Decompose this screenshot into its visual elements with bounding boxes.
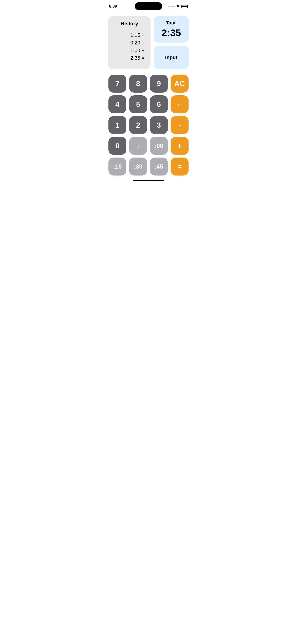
button-45[interactable]: :45 [150, 158, 168, 176]
total-label: Total [158, 20, 185, 26]
total-panel: Total 2:35 [154, 16, 189, 42]
button-3[interactable]: 3 [150, 116, 168, 134]
button-4[interactable]: 4 [108, 95, 126, 113]
button-2[interactable]: 2 [129, 116, 147, 134]
signal-icon [168, 6, 174, 7]
button-colon[interactable]: : [129, 137, 147, 155]
keypad-row-1: 7 8 9 AC [112, 75, 185, 92]
input-label: Input [165, 54, 178, 60]
button-30[interactable]: :30 [129, 158, 147, 176]
button-1[interactable]: 1 [108, 116, 126, 134]
button-6[interactable]: 6 [150, 95, 168, 113]
keypad: 7 8 9 AC 4 5 6 ← 1 2 3 - 0 : :00 + :15 [108, 75, 189, 176]
keypad-row-5: :15 :30 :45 = [112, 158, 185, 176]
status-bar: 8:09 [104, 0, 194, 12]
dynamic-island [135, 2, 162, 10]
status-icons [168, 5, 188, 8]
history-panel: History 1:15 + 0:20 + 1:00 + 2:35 = [108, 16, 150, 69]
keypad-row-4: 0 : :00 + [112, 137, 185, 155]
home-indicator [133, 180, 164, 181]
button-equals[interactable]: = [170, 158, 188, 176]
total-value: 2:35 [158, 28, 185, 38]
history-title: History [112, 21, 147, 27]
button-backspace[interactable]: ← [170, 95, 188, 113]
history-entries: 1:15 + 0:20 + 1:00 + 2:35 = [112, 31, 147, 62]
keypad-row-2: 4 5 6 ← [112, 95, 185, 113]
button-00[interactable]: :00 [150, 137, 168, 155]
status-time: 8:09 [109, 4, 117, 9]
history-entry-3: 2:35 = [112, 54, 144, 62]
button-15[interactable]: :15 [108, 158, 126, 176]
history-entry-1: 0:20 + [112, 39, 144, 46]
button-0[interactable]: 0 [108, 137, 126, 155]
button-add[interactable]: + [170, 137, 188, 155]
history-entry-2: 1:00 + [112, 46, 144, 54]
button-8[interactable]: 8 [129, 75, 147, 92]
wifi-icon [176, 5, 180, 8]
right-panels: Total 2:35 Input [154, 16, 189, 69]
button-9[interactable]: 9 [150, 75, 168, 92]
main-content: History 1:15 + 0:20 + 1:00 + 2:35 = Tota… [104, 12, 194, 176]
button-subtract[interactable]: - [170, 116, 188, 134]
button-5[interactable]: 5 [129, 95, 147, 113]
button-ac[interactable]: AC [170, 75, 188, 92]
input-panel[interactable]: Input [154, 46, 189, 69]
battery-icon [182, 5, 188, 8]
button-7[interactable]: 7 [108, 75, 126, 92]
keypad-row-3: 1 2 3 - [112, 116, 185, 134]
display-row: History 1:15 + 0:20 + 1:00 + 2:35 = Tota… [108, 16, 189, 69]
history-entry-0: 1:15 + [112, 31, 144, 39]
